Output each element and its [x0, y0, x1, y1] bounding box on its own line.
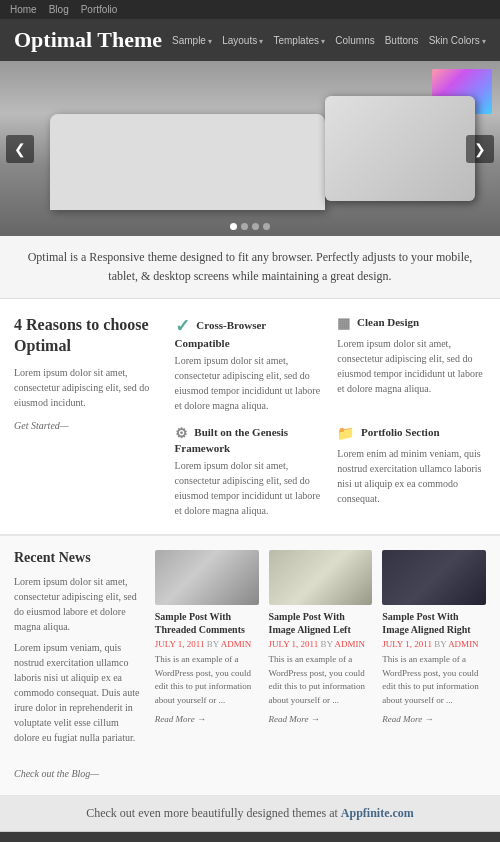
- main-nav-item-skin-colors[interactable]: Skin Colors ▾: [429, 35, 486, 46]
- promo-bar: Check out even more beautifully designed…: [0, 796, 500, 832]
- post-meta-3: JULY 1, 2011 BY ADMIN: [382, 639, 486, 649]
- post-body-1: This is an example of a WordPress post, …: [155, 653, 259, 707]
- post-thumbnail-3: [382, 550, 486, 605]
- recent-posts-grid: Sample Post With Threaded Comments JULY …: [155, 550, 486, 781]
- read-more-1[interactable]: Read More →: [155, 714, 206, 724]
- features-right-grid: ✓ Cross-Browser Compatible Lorem ipsum d…: [175, 315, 486, 518]
- feature-item-3: ⚙ Built on the Genesis Framework Lorem i…: [175, 425, 324, 518]
- main-nav-item-sample[interactable]: Sample ▾: [172, 35, 212, 46]
- post-title-3: Sample Post With Image Aligned Right: [382, 610, 486, 636]
- post-body-3: This is an example of a WordPress post, …: [382, 653, 486, 707]
- slider-next-button[interactable]: ❯: [466, 135, 494, 163]
- feature-item-1: ✓ Cross-Browser Compatible Lorem ipsum d…: [175, 315, 324, 413]
- check-icon: ✓: [175, 315, 190, 337]
- main-nav-item-templates[interactable]: Templates ▾: [273, 35, 325, 46]
- topnav-item-blog[interactable]: Blog: [49, 4, 69, 15]
- main-navigation: Sample ▾Layouts ▾Templates ▾ColumnsButto…: [172, 35, 486, 46]
- topnav-item-portfolio[interactable]: Portfolio: [81, 4, 118, 15]
- nav-arrow-icon: ▾: [206, 37, 212, 46]
- feature-body-2: Lorem ipsum dolor sit amet, consectetur …: [337, 336, 486, 396]
- features-body: Lorem ipsum dolor sit amet, consectetur …: [14, 365, 161, 410]
- feature-body-1: Lorem ipsum dolor sit amet, consectetur …: [175, 353, 324, 413]
- blog-link[interactable]: Check out the Blog—: [14, 768, 99, 779]
- feature-title-3: ⚙ Built on the Genesis Framework: [175, 425, 324, 454]
- main-nav-item-columns[interactable]: Columns: [335, 35, 374, 46]
- post-card-1: Sample Post With Threaded Comments JULY …: [155, 550, 259, 781]
- site-header: Optimal Theme Sample ▾Layouts ▾Templates…: [0, 19, 500, 61]
- nav-arrow-icon: ▾: [319, 37, 325, 46]
- layout-icon: ▦: [337, 315, 350, 332]
- topnav-item-home[interactable]: Home: [10, 4, 37, 15]
- features-left-column: 4 Reasons to choose Optimal Lorem ipsum …: [14, 315, 161, 518]
- post-meta-2: JULY 1, 2011 BY ADMIN: [269, 639, 373, 649]
- post-title-2: Sample Post With Image Aligned Left: [269, 610, 373, 636]
- feature-title-4: 📁 Portfolio Section: [337, 425, 486, 442]
- nav-arrow-icon: ▾: [257, 37, 263, 46]
- site-footer: Optimal Theme Optimal is a professional …: [0, 832, 500, 842]
- hero-slider: ❮ ❯: [0, 61, 500, 236]
- post-thumbnail-1: [155, 550, 259, 605]
- recent-news-inner: Recent News Lorem ipsum dolor sit amet, …: [14, 550, 486, 781]
- feature-item-2: ▦ Clean Design Lorem ipsum dolor sit ame…: [337, 315, 486, 413]
- features-heading: 4 Reasons to choose Optimal: [14, 315, 161, 357]
- slider-dot-3[interactable]: [252, 223, 259, 230]
- read-more-3[interactable]: Read More →: [382, 714, 433, 724]
- post-card-2: Sample Post With Image Aligned Left JULY…: [269, 550, 373, 781]
- promo-link[interactable]: Appfinite.com: [341, 806, 414, 820]
- main-nav-item-buttons[interactable]: Buttons: [385, 35, 419, 46]
- slider-dots: [230, 223, 270, 230]
- recent-news-sidebar: Recent News Lorem ipsum dolor sit amet, …: [14, 550, 143, 781]
- post-title-1: Sample Post With Threaded Comments: [155, 610, 259, 636]
- post-card-3: Sample Post With Image Aligned Right JUL…: [382, 550, 486, 781]
- post-thumbnail-2: [269, 550, 373, 605]
- tagline-section: Optimal is a Responsive theme designed t…: [0, 236, 500, 299]
- post-body-2: This is an example of a WordPress post, …: [269, 653, 373, 707]
- recent-news-section: Recent News Lorem ipsum dolor sit amet, …: [0, 535, 500, 796]
- site-title: Optimal Theme: [14, 27, 162, 53]
- hero-image: [0, 61, 500, 236]
- folder-icon: 📁: [337, 425, 354, 442]
- recent-news-body1: Lorem ipsum dolor sit amet, consectetur …: [14, 574, 143, 634]
- read-more-2[interactable]: Read More →: [269, 714, 320, 724]
- feature-item-4: 📁 Portfolio Section Lorem enim ad minim …: [337, 425, 486, 518]
- feature-body-3: Lorem ipsum dolor sit amet, consectetur …: [175, 458, 324, 518]
- hero-thumbnail: [432, 69, 492, 114]
- top-navigation: HomeBlogPortfolio: [0, 0, 500, 19]
- feature-title-1: ✓ Cross-Browser Compatible: [175, 315, 324, 349]
- slider-dot-4[interactable]: [263, 223, 270, 230]
- slider-dot-1[interactable]: [230, 223, 237, 230]
- wrench-icon: ⚙: [175, 425, 188, 442]
- tagline-text: Optimal is a Responsive theme designed t…: [20, 248, 480, 286]
- slider-dot-2[interactable]: [241, 223, 248, 230]
- feature-body-4: Lorem enim ad minim veniam, quis nostrud…: [337, 446, 486, 506]
- slider-prev-button[interactable]: ❮: [6, 135, 34, 163]
- feature-title-2: ▦ Clean Design: [337, 315, 486, 332]
- post-meta-1: JULY 1, 2011 BY ADMIN: [155, 639, 259, 649]
- nav-arrow-icon: ▾: [480, 37, 486, 46]
- main-nav-item-layouts[interactable]: Layouts ▾: [222, 35, 263, 46]
- features-section: 4 Reasons to choose Optimal Lorem ipsum …: [0, 299, 500, 535]
- recent-news-body2: Lorem ipsum veniam, quis nostrud exercit…: [14, 640, 143, 745]
- features-get-started-link[interactable]: Get Started—: [14, 420, 69, 431]
- promo-text: Check out even more beautifully designed…: [86, 806, 338, 820]
- recent-news-heading: Recent News: [14, 550, 143, 566]
